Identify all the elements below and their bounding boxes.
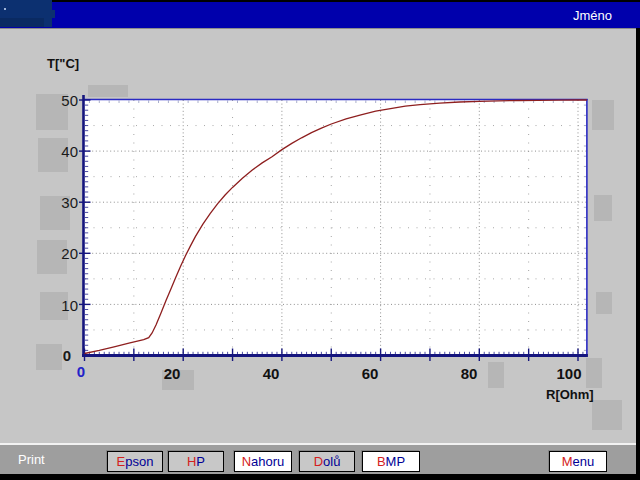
y-axis-title: T["C] [47,56,79,71]
x-tick-40: 40 [246,365,296,382]
dolu-button[interactable]: Dolů [299,451,355,472]
epson-button-label: pson [125,454,153,469]
x-tick-60: 60 [345,365,395,382]
bmp-button-label: MP [386,454,406,469]
x-tick-0: 0 [56,363,106,380]
epson-button-hotkey: E [117,454,126,469]
x-tick-20: 20 [147,365,197,382]
y-tick-20: 20 [40,245,78,262]
menu-button-hotkey: M [562,454,573,469]
y-tick-30: 30 [40,194,78,211]
x-axis-title: R[Ohm] [546,387,594,402]
menu-button-label: enu [573,454,595,469]
print-label: Print [18,452,45,467]
x-tick-100: 100 [544,365,594,382]
nahoru-button-label: ahoru [251,454,284,469]
y-tick-50: 50 [40,92,78,109]
epson-button[interactable]: Epson [107,451,163,472]
y-tick-40: 40 [40,143,78,160]
bmp-button[interactable]: BMP [362,451,420,472]
menu-button[interactable]: Menu [549,451,607,472]
y-tick-0: 0 [33,347,71,364]
bmp-button-hotkey: B [377,454,386,469]
nahoru-button[interactable]: Nahoru [234,451,292,472]
hp-button-label: P [196,454,205,469]
hp-button-hotkey: H [187,454,196,469]
app-screen: Jméno T["C] R[Ohm] 50 40 30 20 10 0 0 20… [0,0,640,480]
hp-button[interactable]: HP [168,451,224,472]
nahoru-button-hotkey: N [242,454,251,469]
x-tick-80: 80 [444,365,494,382]
dolu-button-hotkey: D [314,454,323,469]
chart-plot-area [0,0,640,480]
dolu-button-label: olů [323,454,340,469]
y-tick-10: 10 [40,297,78,314]
